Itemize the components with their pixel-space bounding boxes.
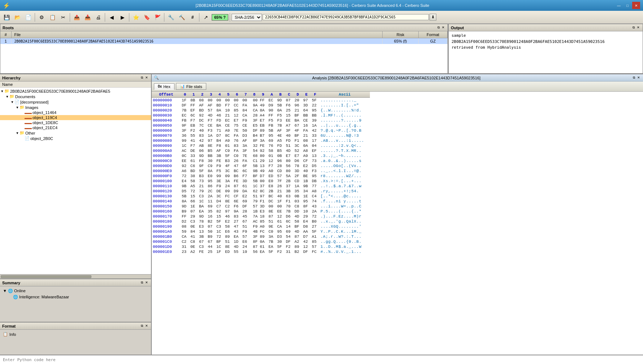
output-float-btn[interactable]: ⧉ bbox=[632, 26, 635, 30]
table-row[interactable]: 000001305B15C32A3CFCCFE25197BC40630B1EC4… bbox=[152, 194, 370, 199]
table-row[interactable]: 000001C0C2C86767BF511DE68F0A7B30DFA24285… bbox=[152, 239, 370, 244]
hex-byte-cell: 12 bbox=[302, 244, 311, 249]
table-row[interactable]: 00000040FBF7DCF7FDECE7F93FE7F5F3EEBACE39… bbox=[152, 118, 370, 123]
table-row[interactable]: 000000D092C69FC9F94F476F5B13F7285678E2D5… bbox=[152, 163, 370, 168]
tree-toggle[interactable]: ▼ bbox=[15, 106, 20, 109]
hash-algorithm-select[interactable]: SHA-2/256 bbox=[232, 14, 262, 21]
analysis-float-btn[interactable]: ⧉ bbox=[632, 76, 636, 80]
section-toggle[interactable]: ▼ bbox=[3, 289, 7, 293]
home-button[interactable]: ⭐ bbox=[131, 12, 141, 22]
table-row[interactable]: 000000B00C339DBB3B5FC07E6880010BE7E7A913… bbox=[152, 153, 370, 158]
list-item[interactable]: ▼ 📄 [decompressed] bbox=[0, 99, 151, 105]
table-row[interactable]: 000001A0598413501CE643F94BFCC095694DAA5F… bbox=[152, 229, 370, 234]
hash-button[interactable]: # bbox=[187, 12, 198, 22]
list-item[interactable]: 📄 object_2B0C bbox=[0, 136, 151, 141]
table-row[interactable]: 000000A0ACDE06B5AFC9FA3F549258B54D52A8EF… bbox=[152, 148, 370, 153]
wrench-button[interactable]: 🔨 bbox=[177, 12, 187, 22]
hierarchy-float-btn[interactable]: ⧉ bbox=[140, 76, 144, 80]
table-row[interactable]: 00000160B907EA3582979A281BE38EEE7BDD102A… bbox=[152, 209, 370, 214]
format-close-btn[interactable]: ✕ bbox=[144, 324, 149, 328]
table-row[interactable]: 0000008099414297B4A976AF8F3A69A5FDF10817… bbox=[152, 138, 370, 143]
bookmark-button[interactable]: 🔖 bbox=[142, 12, 152, 22]
table-row[interactable]: 000000C0EE61F830FEB326FAC129129680D6CF73… bbox=[152, 158, 370, 163]
summary-item[interactable]: 🌐 Intelligence: MalwareBazaar bbox=[3, 294, 148, 300]
table-row[interactable]: 000001B0CA413BB97289EA573F893AD35487D7A1… bbox=[152, 234, 370, 239]
table-row[interactable]: 000000207BEFBD578A108584CA8A900A25216495… bbox=[152, 108, 370, 113]
hscroll-thumb[interactable] bbox=[1, 275, 91, 278]
tree-toggle[interactable]: ▼ bbox=[0, 89, 4, 93]
copy-button[interactable]: ⚙ bbox=[36, 12, 47, 22]
print-button[interactable]: 🖨 bbox=[93, 12, 103, 22]
back-button[interactable]: ◀ bbox=[107, 12, 117, 22]
table-row[interactable]: 1 2B0B2A15F00C6EED533C70E89001248A0F2BA6… bbox=[0, 38, 448, 44]
output-close-btn[interactable]: ✕ bbox=[636, 26, 640, 30]
import-button[interactable]: 📥 bbox=[82, 12, 92, 22]
flag-button[interactable]: 🚩 bbox=[152, 12, 163, 22]
list-item[interactable]: ▼ 📁 Images bbox=[0, 105, 151, 110]
list-item[interactable]: ▬▬ object_1DE8C bbox=[0, 120, 151, 125]
hex-content[interactable]: Offset0123456789ABCDEFAscii 000000001F8B… bbox=[152, 92, 643, 355]
hex-byte-cell: 4D bbox=[293, 214, 302, 219]
table-row[interactable]: 000001509D1EBA69C7C2F6DF573D000070C88F43… bbox=[152, 204, 370, 209]
python-input[interactable] bbox=[3, 358, 640, 362]
table-row[interactable]: 000001E023A2FE251FED551956EA5FF231B2DFFC… bbox=[152, 249, 370, 254]
close-button[interactable]: ✕ bbox=[632, 2, 640, 9]
tree-content[interactable]: ▼ 📁 2B0B2A15F00C6EED533C70E89001248A0F2B… bbox=[0, 88, 151, 274]
tools-button[interactable]: 🔧 bbox=[166, 12, 176, 22]
table-row[interactable]: 00000180D2C378B25FE22767AC8551616C58E4B0… bbox=[152, 219, 370, 224]
list-item[interactable]: ▼ 📁 2B0B2A15F00C6EED533C70E89001248A0F2B… bbox=[0, 88, 151, 94]
summary-float-btn[interactable]: ⧉ bbox=[140, 281, 144, 285]
export-button[interactable]: 📤 bbox=[72, 12, 82, 22]
hierarchy-close-btn[interactable]: ✕ bbox=[144, 76, 149, 80]
hex-byte-cell: EB bbox=[259, 123, 267, 128]
tree-toggle[interactable]: ▼ bbox=[5, 95, 9, 98]
save-button[interactable]: 💾 bbox=[1, 12, 12, 22]
hash-value-input[interactable] bbox=[263, 14, 429, 20]
analysis-close-btn[interactable]: ✕ bbox=[636, 76, 641, 80]
table-row[interactable]: 000001D0310EC3441C8E4D248761EA5FF2891257… bbox=[152, 244, 370, 249]
table-row[interactable]: 000000603FF240F371A97E50DF895BAF3F4FFA42… bbox=[152, 128, 370, 133]
hash-copy-button[interactable]: ⬇ bbox=[430, 14, 436, 21]
table-row[interactable]: 00000010DFFFAFAFBDF7CCFA9A49D95BF6963D22… bbox=[152, 103, 370, 108]
table-row[interactable]: 000001408A661C11D48E6E6979F1DC1FF1039574… bbox=[152, 199, 370, 204]
arrow-button[interactable]: ↗ bbox=[201, 12, 211, 22]
tree-hscrollbar[interactable] bbox=[0, 274, 151, 279]
summary-close-btn[interactable]: ✕ bbox=[144, 281, 149, 285]
new-button[interactable]: 📄 bbox=[23, 12, 33, 22]
hex-byte-cell: 0A bbox=[302, 143, 311, 148]
roots-close-btn[interactable]: ✕ bbox=[441, 26, 445, 30]
list-item[interactable]: ▬▬ object_11464 bbox=[0, 110, 151, 115]
format-float-btn[interactable]: ⧉ bbox=[140, 324, 144, 328]
format-item[interactable]: 📋 Info bbox=[3, 331, 148, 337]
tab-hex[interactable]: 0x Hex bbox=[154, 83, 174, 90]
table-row[interactable]: 000000001F8B08000000000000FFEC9D0720975F… bbox=[152, 98, 370, 103]
list-item[interactable]: ▬▬ object_119C4 bbox=[0, 115, 151, 120]
open-button[interactable]: 📂 bbox=[12, 12, 22, 22]
maximize-button[interactable]: □ bbox=[623, 2, 631, 9]
table-row[interactable]: 00000170FF299D16154683457A188712D64D2972… bbox=[152, 214, 370, 219]
summary-item[interactable]: ▼ 🌐 Online bbox=[3, 288, 148, 294]
table-row[interactable]: 00000120D572792CDE09D9DA628C2B213B3534A8… bbox=[152, 189, 370, 194]
risk-badge[interactable]: 65% ? bbox=[212, 14, 228, 21]
tab-filestats[interactable]: 📊 File stats bbox=[176, 83, 206, 90]
cut-button[interactable]: ✂ bbox=[58, 12, 68, 22]
table-row[interactable]: 000000901CF7AB8EF801833A32FE76FD513C0A04… bbox=[152, 143, 370, 148]
table-row[interactable]: 000000509FEB7CCEBACE75CEE5EBFB7BA767161A… bbox=[152, 123, 370, 128]
tree-toggle[interactable]: ▼ bbox=[10, 100, 14, 104]
table-row[interactable]: 000000E0A6BD5F8AF53CBC6C9B49A0CD803D40F3… bbox=[152, 168, 370, 174]
table-row[interactable]: 00000100E45873953E3AFE3D5B00E07F2BCD1BDB… bbox=[152, 179, 370, 184]
roots-float-btn[interactable]: ⧉ bbox=[437, 26, 440, 30]
list-item[interactable]: ▼ 📁 Documents bbox=[0, 94, 151, 99]
tree-toggle[interactable]: ▼ bbox=[15, 131, 20, 135]
table-row[interactable]: 00000030EC6C924D462112CA28A4FFF515BFBBBB… bbox=[152, 113, 370, 118]
list-item[interactable]: ▬▬ object_21EC4 bbox=[0, 125, 151, 130]
table-row[interactable]: 000000703655831AD78CFAD3B4B7954E40BF2133… bbox=[152, 133, 370, 138]
forward-button[interactable]: ▶ bbox=[117, 12, 128, 22]
table-row[interactable]: 000001109BA52186F92487611C37E826371A9B77… bbox=[152, 184, 370, 189]
hex-byte-cell: CA bbox=[250, 108, 259, 113]
table-row[interactable]: 000000F07238B3E09909B6F7BFD7ED575A2FBE95… bbox=[152, 174, 370, 179]
table-row[interactable]: 00000190080EE307C3584751F9A09ECA14BFD827… bbox=[152, 224, 370, 229]
paste-button[interactable]: 📋 bbox=[47, 12, 57, 22]
list-item[interactable]: ▼ 📁 Other bbox=[0, 130, 151, 136]
minimize-button[interactable]: — bbox=[615, 2, 623, 9]
